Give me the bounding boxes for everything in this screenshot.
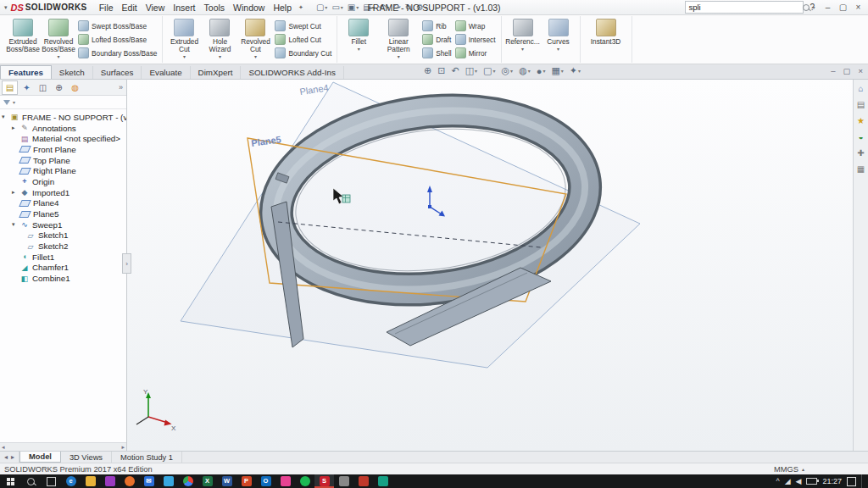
menu-view[interactable]: View <box>142 3 170 13</box>
configurationmanager-tab-icon[interactable]: ◫ <box>36 81 50 94</box>
tab-scroll-left-icon[interactable]: ◂ <box>4 453 8 461</box>
panel-horizontal-scrollbar[interactable]: ◂ ▸ <box>0 442 126 451</box>
taskbar-app-file-explorer[interactable] <box>81 474 100 488</box>
intersect-button[interactable]: Intersect <box>455 33 496 46</box>
view-settings-button[interactable]: ✦▾ <box>570 65 581 76</box>
plane5-label[interactable]: Plane5 <box>251 134 282 148</box>
taskbar-app-firefox[interactable] <box>120 474 139 488</box>
tree-item-root[interactable]: ▾▣FRAME - NO SUPPORT - (v1.03) (Defa <box>0 112 126 123</box>
minimize-button[interactable]: – <box>821 3 835 12</box>
search-box[interactable]: ▾ <box>685 1 804 14</box>
hole-wizard-button[interactable]: Hole Wizard <box>202 17 237 59</box>
taskbar-clock[interactable]: 21:27 <box>822 477 842 485</box>
volume-icon[interactable]: ◀ <box>796 477 802 485</box>
wrap-button[interactable]: Wrap <box>455 19 496 32</box>
tab-3d-views[interactable]: 3D Views <box>61 452 112 463</box>
taskbar-app-gray[interactable] <box>334 474 353 488</box>
menu-tools[interactable]: Tools <box>200 3 230 13</box>
shell-button[interactable]: Shell <box>422 47 451 59</box>
filter-dropdown-icon[interactable]: ▾ <box>13 99 15 105</box>
taskbar-app-powerpoint[interactable]: P <box>236 474 256 488</box>
close-button[interactable]: × <box>851 3 865 12</box>
mirror-button[interactable]: Mirror <box>455 47 496 59</box>
taskbar-app-edge[interactable]: e <box>61 474 81 488</box>
tab-motion-study-1[interactable]: Motion Study 1 <box>112 452 182 463</box>
menu-window[interactable]: Window <box>229 3 269 13</box>
taskbar-app-teal[interactable] <box>373 474 392 488</box>
search-input[interactable] <box>688 3 800 12</box>
tree-item-annotations[interactable]: ▸✎Annotations <box>0 123 126 134</box>
menu-help[interactable]: Help <box>269 3 296 13</box>
expander-icon[interactable]: ▸ <box>12 189 19 196</box>
section-view-button[interactable]: ◫▾ <box>465 65 477 76</box>
3d-viewport-canvas[interactable]: Plane4 Plane5 <box>127 80 853 451</box>
scroll-left-icon[interactable]: ◂ <box>2 444 5 451</box>
taskbar-app-word[interactable]: W <box>217 474 236 488</box>
display-style-button[interactable]: ◎▾ <box>502 65 514 76</box>
tree-item-origin[interactable]: +Origin <box>0 176 126 187</box>
app-menu-caret-icon[interactable]: ▾ <box>3 4 9 11</box>
extruded-cut-button[interactable]: Extruded Cut <box>166 17 202 59</box>
tree-item-right-plane[interactable]: Right Plane <box>0 165 126 176</box>
zoom-to-area-button[interactable]: ⊡ <box>437 65 445 76</box>
displaymanager-tab-icon[interactable]: ◍ <box>68 81 82 94</box>
swept-boss-base-button[interactable]: Swept Boss/Base <box>78 19 157 32</box>
tree-item-plane5[interactable]: Plane5 <box>0 208 126 219</box>
units-dropdown-icon[interactable]: ▴ <box>802 466 804 472</box>
tab-model[interactable]: Model <box>19 452 61 463</box>
viewport[interactable]: Plane4 Plane5 <box>127 80 853 451</box>
instant3d-button[interactable]: Instant3D <box>584 17 628 46</box>
lofted-cut-button[interactable]: Lofted Cut <box>275 33 331 46</box>
file-explorer-icon[interactable]: ★ <box>857 117 865 125</box>
tree-item-sweep1[interactable]: ▾∿Sweep1 <box>0 219 126 230</box>
taskbar-app-chrome[interactable] <box>178 474 198 488</box>
doc-close-button[interactable]: × <box>858 66 863 75</box>
custom-properties-icon[interactable]: ▦ <box>857 165 865 174</box>
taskbar-app-store[interactable] <box>100 474 120 488</box>
propertymanager-tab-icon[interactable]: ✦ <box>19 81 34 94</box>
tree-item-sketch2[interactable]: ▱Sketch2 <box>0 241 126 252</box>
plane4-label[interactable]: Plane4 <box>299 82 330 97</box>
doc-minimize-button[interactable]: – <box>831 66 835 75</box>
rib-button[interactable]: Rib <box>422 19 451 32</box>
view-orientation-button[interactable]: ▢▾ <box>483 65 495 76</box>
new-document-button[interactable]: ▢▾ <box>314 3 329 12</box>
lofted-boss-base-button[interactable]: Lofted Boss/Base <box>78 33 157 46</box>
taskbar-app-solidworks[interactable]: S <box>314 474 334 488</box>
design-library-icon[interactable]: ▤ <box>857 101 865 109</box>
draft-button[interactable]: Draft <box>422 33 451 46</box>
tree-item-top-plane[interactable]: Top Plane <box>0 155 126 166</box>
network-icon[interactable]: ◢ <box>785 477 791 485</box>
tab-solidworks-add-ins[interactable]: SOLIDWORKS Add-Ins <box>241 66 343 79</box>
hide-show-items-button[interactable]: ◍▾ <box>519 65 531 76</box>
tree-item-fillet1[interactable]: ◖Fillet1 <box>0 252 126 263</box>
doc-restore-button[interactable]: ▢ <box>843 66 850 75</box>
save-button[interactable]: ▣▾ <box>346 3 360 12</box>
taskbar-app-spotify[interactable] <box>295 474 314 488</box>
manager-tabs-overflow-icon[interactable]: » <box>119 83 125 92</box>
tab-dimxpert[interactable]: DimXpert <box>191 66 242 79</box>
tree-item-combine1[interactable]: ◧Combine1 <box>0 273 126 284</box>
expander-icon[interactable]: ▾ <box>2 114 9 120</box>
tree-item-front-plane[interactable]: Front Plane <box>0 144 126 155</box>
edit-appearance-button[interactable]: ●▾ <box>537 66 546 76</box>
tree-item-sketch1[interactable]: ▱Sketch1 <box>0 230 126 241</box>
tree-item-imported1[interactable]: ▸◆Imported1 <box>0 187 126 198</box>
tab-scroll-right-icon[interactable]: ▸ <box>11 453 14 461</box>
search-icon[interactable] <box>803 4 810 11</box>
menu-file[interactable]: File <box>95 3 118 13</box>
appearances-icon[interactable]: ✚ <box>857 149 864 158</box>
zoom-to-fit-button[interactable]: ⊕ <box>424 65 431 76</box>
filter-icon[interactable] <box>3 100 10 105</box>
tree-item-chamfer1[interactable]: ◢Chamfer1 <box>0 263 126 274</box>
tab-features[interactable]: Features <box>0 65 52 79</box>
task-view-button[interactable] <box>41 474 61 488</box>
menu-insert[interactable]: Insert <box>169 3 199 13</box>
fillet-button[interactable]: Fillet <box>341 17 376 52</box>
tab-evaluate[interactable]: Evaluate <box>142 66 190 79</box>
tab-surfaces[interactable]: Surfaces <box>93 66 142 79</box>
tree-item-plane4[interactable]: Plane4 <box>0 198 126 209</box>
featuremanager-tab-icon[interactable]: ▤ <box>2 80 18 95</box>
tab-sketch[interactable]: Sketch <box>52 66 93 79</box>
apply-scene-button[interactable]: ▦▾ <box>551 65 563 76</box>
